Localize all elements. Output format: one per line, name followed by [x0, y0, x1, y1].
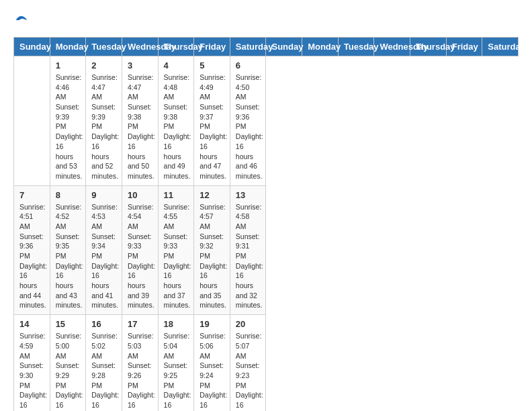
- day-number: 10: [128, 190, 152, 200]
- day-number: 2: [91, 60, 116, 71]
- day-number: 17: [128, 319, 152, 329]
- day-header-tuesday: Tuesday: [338, 38, 374, 56]
- day-info: Sunrise: 4:59 AMSunset: 9:30 PMDaylight:…: [19, 331, 44, 411]
- day-number: 12: [200, 190, 224, 200]
- day-number: 8: [56, 190, 81, 200]
- day-info: Sunrise: 4:53 AMSunset: 9:34 PMDaylight:…: [91, 202, 116, 311]
- day-info: Sunrise: 4:50 AMSunset: 9:36 PMDaylight:…: [236, 73, 261, 181]
- day-number: 19: [200, 319, 224, 329]
- calendar-table: SundayMondayTuesdayWednesdayThursdayFrid…: [13, 37, 519, 411]
- calendar-cell: 15Sunrise: 5:00 AMSunset: 9:29 PMDayligh…: [50, 315, 86, 411]
- day-info: Sunrise: 4:51 AMSunset: 9:36 PMDaylight:…: [19, 202, 44, 311]
- day-header-monday: Monday: [50, 38, 86, 56]
- day-header-saturday: Saturday: [230, 38, 266, 56]
- day-header-friday: Friday: [446, 38, 482, 56]
- calendar-cell: 1Sunrise: 4:46 AMSunset: 9:39 PMDaylight…: [50, 56, 86, 186]
- day-info: Sunrise: 4:55 AMSunset: 9:33 PMDaylight:…: [164, 202, 189, 311]
- day-number: 11: [164, 190, 189, 200]
- header: [13, 13, 519, 30]
- day-number: 13: [236, 190, 261, 200]
- day-number: 15: [56, 319, 81, 329]
- calendar-cell: 8Sunrise: 4:52 AMSunset: 9:35 PMDaylight…: [50, 185, 86, 315]
- calendar-cell: 9Sunrise: 4:53 AMSunset: 9:34 PMDaylight…: [86, 185, 122, 315]
- logo: [13, 13, 28, 30]
- day-number: 5: [200, 60, 224, 71]
- week-row-1: 1Sunrise: 4:46 AMSunset: 9:39 PMDaylight…: [14, 56, 519, 186]
- day-info: Sunrise: 4:57 AMSunset: 9:32 PMDaylight:…: [200, 202, 224, 311]
- day-header-wednesday: Wednesday: [122, 38, 158, 56]
- day-info: Sunrise: 4:52 AMSunset: 9:35 PMDaylight:…: [56, 202, 81, 311]
- day-info: Sunrise: 4:47 AMSunset: 9:39 PMDaylight:…: [91, 73, 116, 181]
- header-row: SundayMondayTuesdayWednesdayThursdayFrid…: [14, 38, 519, 56]
- day-header-friday: Friday: [194, 38, 230, 56]
- day-number: 9: [91, 190, 116, 200]
- calendar-cell: 6Sunrise: 4:50 AMSunset: 9:36 PMDaylight…: [230, 56, 266, 186]
- day-info: Sunrise: 5:06 AMSunset: 9:24 PMDaylight:…: [200, 331, 224, 411]
- day-info: Sunrise: 5:03 AMSunset: 9:26 PMDaylight:…: [128, 331, 152, 411]
- day-number: 14: [19, 319, 44, 329]
- day-info: Sunrise: 4:48 AMSunset: 9:38 PMDaylight:…: [164, 73, 189, 181]
- calendar-cell: 7Sunrise: 4:51 AMSunset: 9:36 PMDaylight…: [14, 185, 50, 315]
- day-info: Sunrise: 4:58 AMSunset: 9:31 PMDaylight:…: [236, 202, 261, 311]
- day-info: Sunrise: 5:04 AMSunset: 9:25 PMDaylight:…: [164, 331, 189, 411]
- day-number: 16: [91, 319, 116, 329]
- day-header-saturday: Saturday: [482, 38, 519, 56]
- day-number: 7: [19, 190, 44, 200]
- calendar-cell: 10Sunrise: 4:54 AMSunset: 9:33 PMDayligh…: [122, 185, 158, 315]
- week-row-2: 7Sunrise: 4:51 AMSunset: 9:36 PMDaylight…: [14, 185, 519, 315]
- calendar-cell: 13Sunrise: 4:58 AMSunset: 9:31 PMDayligh…: [230, 185, 266, 315]
- logo-text: [13, 13, 28, 30]
- calendar-cell: 4Sunrise: 4:48 AMSunset: 9:38 PMDaylight…: [158, 56, 194, 186]
- week-row-3: 14Sunrise: 4:59 AMSunset: 9:30 PMDayligh…: [14, 315, 519, 411]
- day-info: Sunrise: 5:07 AMSunset: 9:23 PMDaylight:…: [236, 331, 261, 411]
- day-number: 6: [236, 60, 261, 71]
- calendar-cell: 14Sunrise: 4:59 AMSunset: 9:30 PMDayligh…: [14, 315, 50, 411]
- day-header-sunday: Sunday: [266, 38, 302, 56]
- day-header-wednesday: Wednesday: [374, 38, 410, 56]
- day-header-sunday: Sunday: [14, 38, 50, 56]
- day-info: Sunrise: 4:54 AMSunset: 9:33 PMDaylight:…: [128, 202, 152, 311]
- calendar-cell: 19Sunrise: 5:06 AMSunset: 9:24 PMDayligh…: [194, 315, 230, 411]
- day-header-thursday: Thursday: [410, 38, 447, 56]
- day-info: Sunrise: 4:47 AMSunset: 9:38 PMDaylight:…: [128, 73, 152, 181]
- day-number: 4: [164, 60, 189, 71]
- calendar-cell: 16Sunrise: 5:02 AMSunset: 9:28 PMDayligh…: [86, 315, 122, 411]
- calendar-cell: 20Sunrise: 5:07 AMSunset: 9:23 PMDayligh…: [230, 315, 266, 411]
- calendar-cell: 17Sunrise: 5:03 AMSunset: 9:26 PMDayligh…: [122, 315, 158, 411]
- day-info: Sunrise: 4:46 AMSunset: 9:39 PMDaylight:…: [56, 73, 81, 181]
- day-header-tuesday: Tuesday: [86, 38, 122, 56]
- calendar-cell: 11Sunrise: 4:55 AMSunset: 9:33 PMDayligh…: [158, 185, 194, 315]
- day-header-monday: Monday: [302, 38, 339, 56]
- day-info: Sunrise: 4:49 AMSunset: 9:37 PMDaylight:…: [200, 73, 224, 181]
- day-number: 20: [236, 319, 261, 329]
- calendar-cell: 5Sunrise: 4:49 AMSunset: 9:37 PMDaylight…: [194, 56, 230, 186]
- logo-icon: [15, 13, 28, 27]
- calendar-cell: 18Sunrise: 5:04 AMSunset: 9:25 PMDayligh…: [158, 315, 194, 411]
- day-number: 1: [56, 60, 81, 71]
- calendar-cell: 2Sunrise: 4:47 AMSunset: 9:39 PMDaylight…: [86, 56, 122, 186]
- calendar-cell: 3Sunrise: 4:47 AMSunset: 9:38 PMDaylight…: [122, 56, 158, 186]
- day-info: Sunrise: 5:02 AMSunset: 9:28 PMDaylight:…: [91, 331, 116, 411]
- calendar-cell: [14, 56, 50, 186]
- day-info: Sunrise: 5:00 AMSunset: 9:29 PMDaylight:…: [56, 331, 81, 411]
- day-number: 3: [128, 60, 152, 71]
- day-number: 18: [164, 319, 189, 329]
- calendar-cell: 12Sunrise: 4:57 AMSunset: 9:32 PMDayligh…: [194, 185, 230, 315]
- day-header-thursday: Thursday: [158, 38, 194, 56]
